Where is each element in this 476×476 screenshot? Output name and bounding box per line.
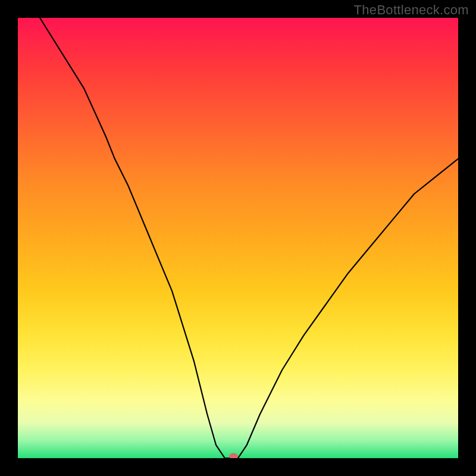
watermark-text: TheBottleneck.com	[354, 2, 469, 18]
minimum-marker	[230, 453, 238, 458]
bottleneck-curve	[40, 18, 458, 458]
bottleneck-chart-svg	[18, 18, 458, 458]
chart-frame: TheBottleneck.com	[0, 0, 476, 476]
plot-area	[18, 18, 458, 458]
